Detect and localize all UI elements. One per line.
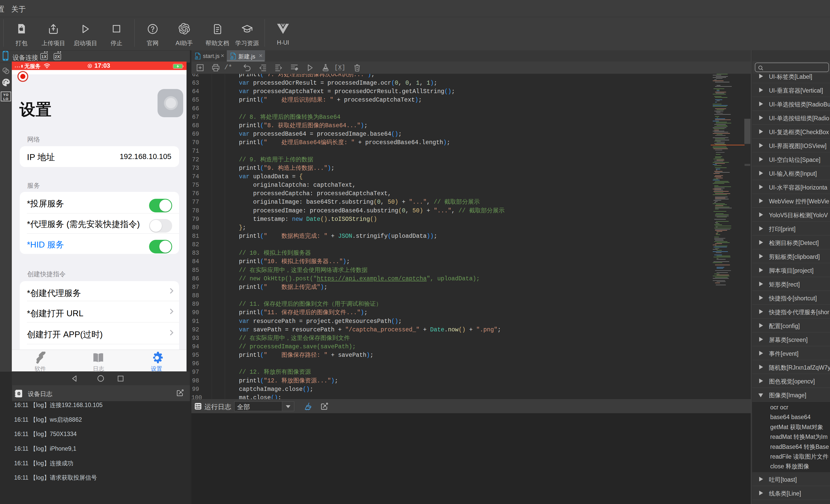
svg-text:JS: JS: [195, 56, 198, 59]
svg-text:JS: JS: [230, 56, 233, 59]
